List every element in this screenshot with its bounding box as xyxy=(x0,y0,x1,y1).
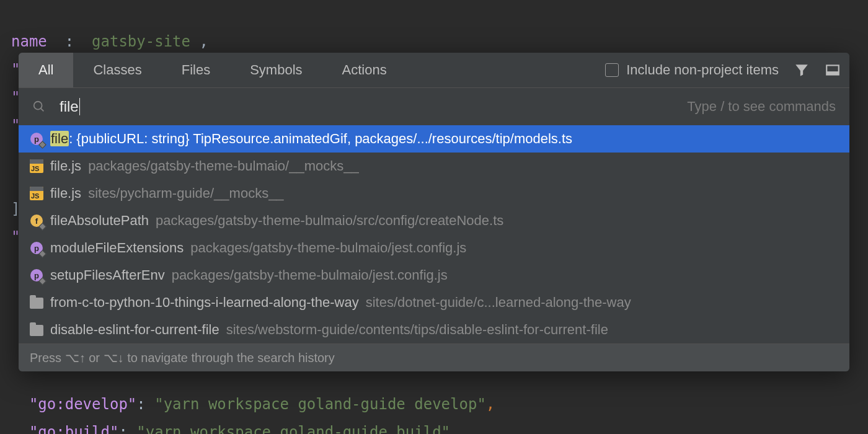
result-main-text: file.js xyxy=(50,158,81,174)
search-result-item[interactable]: disable-eslint-for-current-filesites/web… xyxy=(19,316,849,343)
checkbox-label: Include non-project items xyxy=(626,62,779,78)
panel-icon[interactable] xyxy=(825,62,841,78)
search-result-item[interactable]: JSfile.jspackages/gatsby-theme-bulmaio/_… xyxy=(19,153,849,180)
result-path: sites/pycharm-guide/__mocks__ xyxy=(88,185,283,202)
include-non-project-checkbox[interactable]: Include non-project items xyxy=(605,62,779,78)
result-path: sites/webstorm-guide/contents/tips/disab… xyxy=(226,322,608,338)
text-caret xyxy=(79,98,80,115)
checkbox-box[interactable] xyxy=(605,63,619,77)
symbol-icon: p xyxy=(30,268,43,282)
svg-line-3 xyxy=(41,108,44,112)
result-path: packages/gatsby-theme-bulmaio/src/config… xyxy=(156,213,503,229)
result-main-text: fileAbsolutePath xyxy=(50,213,149,229)
result-path: sites/dotnet-guide/c...learned-along-the… xyxy=(366,294,631,311)
folder-icon xyxy=(30,296,43,309)
search-everywhere-popup: All Classes Files Symbols Actions Includ… xyxy=(19,53,849,371)
result-main-text: file.js xyxy=(50,185,81,202)
json-key: name xyxy=(11,33,47,50)
search-input-row[interactable]: file Type / to see commands xyxy=(19,88,849,125)
search-tabs: All Classes Files Symbols Actions Includ… xyxy=(19,53,849,88)
search-result-item[interactable]: JSfile.jssites/pycharm-guide/__mocks__ xyxy=(19,180,849,207)
result-main-text: disable-eslint-for-current-file xyxy=(50,322,219,338)
js-file-icon: JS xyxy=(30,159,43,173)
result-main-text: setupFilesAfterEnv xyxy=(50,267,165,283)
search-icon xyxy=(32,100,46,113)
result-path: packages/gatsby-theme-bulmaio/jest.confi… xyxy=(172,267,448,283)
filter-icon[interactable] xyxy=(794,62,810,78)
popup-footer-hint: Press ⌥↑ or ⌥↓ to navigate through the s… xyxy=(19,343,849,371)
symbol-icon: p xyxy=(30,132,43,146)
search-result-item[interactable]: pmoduleFileExtensionspackages/gatsby-the… xyxy=(19,234,849,262)
result-main-text: from-c-to-python-10-things-i-learned-alo… xyxy=(50,294,359,311)
search-result-item[interactable]: pfile: {publicURL: string} TipResource.a… xyxy=(19,125,849,153)
search-hint: Type / to see commands xyxy=(687,99,836,115)
tab-all[interactable]: All xyxy=(19,53,73,87)
search-result-item[interactable]: psetupFilesAfterEnvpackages/gatsby-theme… xyxy=(19,262,849,289)
result-main-text: file: {publicURL: string} TipResource.an… xyxy=(50,131,572,147)
search-input[interactable]: file xyxy=(60,98,80,115)
svg-rect-1 xyxy=(826,71,839,74)
tab-files[interactable]: Files xyxy=(162,53,230,87)
tab-symbols[interactable]: Symbols xyxy=(230,53,322,87)
result-path: packages/gatsby-theme-bulmaio/__mocks__ xyxy=(88,158,359,174)
js-file-icon: JS xyxy=(30,187,43,200)
symbol-icon: f xyxy=(30,214,43,228)
svg-point-2 xyxy=(34,102,42,110)
tab-actions[interactable]: Actions xyxy=(322,53,407,87)
folder-icon xyxy=(30,323,43,337)
search-results-list: pfile: {publicURL: string} TipResource.a… xyxy=(19,125,849,343)
tab-classes[interactable]: Classes xyxy=(73,53,161,87)
result-path: packages/gatsby-theme-bulmaio/jest.confi… xyxy=(190,240,466,256)
search-result-item[interactable]: from-c-to-python-10-things-i-learned-alo… xyxy=(19,289,849,316)
result-main-text: moduleFileExtensions xyxy=(50,240,184,256)
symbol-icon: p xyxy=(30,241,43,255)
search-result-item[interactable]: ffileAbsolutePathpackages/gatsby-theme-b… xyxy=(19,207,849,234)
